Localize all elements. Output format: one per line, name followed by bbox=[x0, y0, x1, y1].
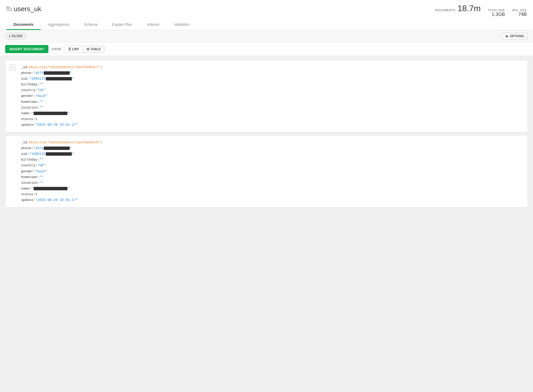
field-id: _id: ObjectId("5d5eb166b4c174aef69984c8"… bbox=[21, 140, 522, 146]
field-status: status: 1 bbox=[21, 116, 522, 122]
field-country: country: "UK" bbox=[21, 87, 522, 93]
stats-area: DOCUMENTS 18.7m TOTAL SIZE 1.3GB AVG. SI… bbox=[435, 4, 527, 17]
title-prefix: fb. bbox=[6, 5, 14, 13]
field-uid: uid: "1000133" bbox=[21, 76, 522, 82]
field-phone: phone: "4475" bbox=[21, 70, 522, 76]
documents-area: › _id: ObjectId("5d5eb166b4c174aef69984c… bbox=[0, 56, 533, 212]
view-toggle: ☰ LIST ⊞ TABLE bbox=[64, 46, 105, 53]
field-uid: uid: "1000133" bbox=[21, 151, 522, 157]
redacted-value bbox=[46, 77, 72, 80]
toolbar-divider bbox=[499, 33, 499, 39]
field-name: name: "" bbox=[21, 111, 522, 116]
document-card: › _id: ObjectId("5d5eb166b4c174aef69984c… bbox=[5, 60, 528, 132]
field-birthday: birthday: "" bbox=[21, 157, 522, 163]
redacted-value bbox=[44, 71, 70, 75]
options-label: OPTIONS bbox=[510, 34, 524, 38]
insert-document-button[interactable]: INSERT DOCUMENT bbox=[5, 45, 48, 53]
document-card: _id: ObjectId("5d5eb166b4c174aef69984c8"… bbox=[5, 135, 528, 207]
table-label: TABLE bbox=[91, 47, 101, 51]
filter-label: FILTER bbox=[12, 34, 22, 38]
tab-explain-plan[interactable]: Explain Plan bbox=[105, 20, 139, 30]
documents-label: DOCUMENTS bbox=[435, 9, 455, 12]
field-hometown: hometown: "" bbox=[21, 174, 522, 180]
redacted-value bbox=[34, 112, 67, 115]
field-update: update: "2019-08-28 19:01:17" bbox=[21, 197, 522, 203]
field-country: country: "UK" bbox=[21, 163, 522, 168]
field-gender: gender: "male" bbox=[21, 93, 522, 99]
filter-input[interactable] bbox=[26, 33, 497, 40]
action-bar: INSERT DOCUMENT VIEW ☰ LIST ⊞ TABLE bbox=[0, 42, 533, 56]
filter-button[interactable]: ℹ FILTER bbox=[5, 33, 26, 40]
field-id: _id: ObjectId("5d5eb166b4c174aef69984c7"… bbox=[21, 65, 522, 70]
total-size-value: 1.3GB bbox=[492, 12, 505, 17]
field-location: location: "" bbox=[21, 180, 522, 186]
table-view-button[interactable]: ⊞ TABLE bbox=[83, 46, 104, 53]
field-status: status: 1 bbox=[21, 192, 522, 197]
filter-icon: ℹ bbox=[9, 35, 10, 38]
list-label: LIST bbox=[72, 47, 79, 51]
list-view-button[interactable]: ☰ LIST bbox=[65, 46, 83, 53]
tab-aggregations[interactable]: Aggregations bbox=[41, 20, 77, 30]
documents-value: 18.7m bbox=[458, 4, 481, 13]
filter-toolbar: ℹ FILTER ▶ OPTIONS bbox=[0, 30, 533, 42]
avg-size-stat: AVG. SIZE 74B bbox=[512, 9, 527, 17]
list-icon: ☰ bbox=[68, 47, 71, 51]
tab-schema[interactable]: Schema bbox=[77, 20, 105, 30]
field-hometown: hometown: "" bbox=[21, 99, 522, 105]
total-size-label: TOTAL SIZE bbox=[488, 9, 505, 12]
view-label: VIEW bbox=[52, 47, 61, 51]
total-size-stat: TOTAL SIZE 1.3GB bbox=[488, 9, 505, 17]
field-birthday: birthday: "" bbox=[21, 82, 522, 87]
options-button[interactable]: ▶ OPTIONS bbox=[502, 33, 528, 40]
field-update: update: "2019-08-28 19:01:17" bbox=[21, 122, 522, 128]
collection-title: fb.users_uk bbox=[6, 5, 41, 13]
table-icon: ⊞ bbox=[87, 47, 89, 51]
options-arrow-icon: ▶ bbox=[506, 34, 508, 38]
tab-validation[interactable]: Validation bbox=[167, 20, 197, 30]
tab-indexes[interactable]: Indexes bbox=[139, 20, 167, 30]
field-name: name: "" bbox=[21, 186, 522, 192]
tab-bar: Documents Aggregations Schema Explain Pl… bbox=[6, 20, 527, 30]
field-phone: phone: "4474" bbox=[21, 146, 522, 151]
avg-size-value: 74B bbox=[518, 12, 527, 17]
redacted-value bbox=[34, 187, 67, 190]
avg-size-label: AVG. SIZE bbox=[512, 9, 527, 12]
top-bar: fb.users_uk DOCUMENTS 18.7m TOTAL SIZE 1… bbox=[0, 0, 533, 30]
field-gender: gender: "male" bbox=[21, 169, 522, 174]
redacted-value bbox=[46, 152, 72, 156]
doc-expand-button[interactable]: › bbox=[9, 65, 15, 71]
documents-stat: DOCUMENTS 18.7m bbox=[435, 4, 481, 13]
redacted-value bbox=[44, 147, 70, 150]
title-main: users_uk bbox=[14, 5, 41, 13]
tab-documents[interactable]: Documents bbox=[6, 20, 41, 30]
field-location: location: "" bbox=[21, 105, 522, 111]
